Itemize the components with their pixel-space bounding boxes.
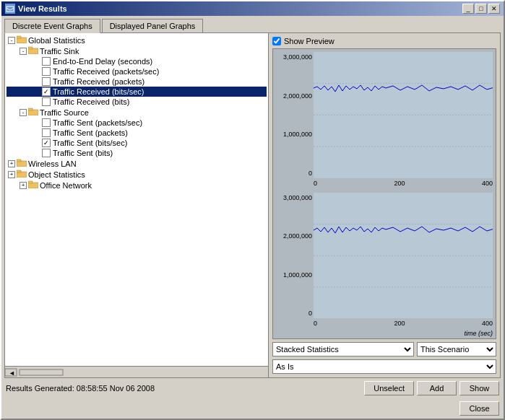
chart1-container: 3,000,000 2,000,000 1,000,000 0 xyxy=(273,49,496,190)
tree-item-office-network[interactable]: + Office Network xyxy=(7,180,267,191)
checkbox-traffic-rcv-bits[interactable] xyxy=(42,97,51,106)
add-button[interactable]: Add xyxy=(417,381,457,395)
tree-item-traffic-rcv-bps[interactable]: ✓ Traffic Received (bits/sec) xyxy=(7,87,267,97)
main-window: View Results _ □ ✕ Discrete Event Graphs… xyxy=(0,0,505,420)
svg-rect-12 xyxy=(28,181,33,183)
svg-rect-10 xyxy=(17,170,21,172)
chart2-y-label-1m: 1,000,000 xyxy=(276,271,312,279)
minimize-button[interactable]: _ xyxy=(462,4,474,14)
tree-container[interactable]: - Global Statistics - Traffic Sink xyxy=(5,33,268,366)
expand-global-stats[interactable]: - xyxy=(8,37,15,44)
expand-traffic-source[interactable]: - xyxy=(20,109,27,116)
folder-icon-global-stats xyxy=(17,35,27,45)
show-preview-label: Show Preview xyxy=(284,37,334,45)
chart1-plot xyxy=(314,52,493,178)
chart2-x-axis: 0 200 400 xyxy=(314,318,493,330)
checkbox-e2e-delay[interactable] xyxy=(42,57,51,66)
checkbox-traffic-sent-pps[interactable] xyxy=(42,118,51,127)
scenario-dropdown[interactable]: This Scenario All Scenarios xyxy=(417,342,496,356)
unselect-button[interactable]: Unselect xyxy=(364,381,414,395)
title-controls: _ □ ✕ xyxy=(462,4,500,14)
restore-button[interactable]: □ xyxy=(475,4,487,14)
tree-item-wireless-lan[interactable]: + Wireless LAN xyxy=(7,158,267,169)
folder-icon-office-network xyxy=(28,180,38,190)
tree-item-traffic-sink[interactable]: - Traffic Sink xyxy=(7,45,267,56)
tree-item-traffic-source[interactable]: - Traffic Source xyxy=(7,107,267,118)
expand-object-stats[interactable]: + xyxy=(8,171,15,178)
folder-icon-wireless-lan xyxy=(17,159,27,168)
footer-buttons: Unselect Add Show xyxy=(364,381,499,395)
tree-item-object-stats[interactable]: + Object Statistics xyxy=(7,169,267,180)
chart2-svg xyxy=(314,193,493,319)
checkbox-traffic-sent-bits[interactable] xyxy=(42,149,51,157)
stacked-statistics-dropdown[interactable]: Stacked Statistics As Confidence Interva… xyxy=(272,342,414,356)
chart2-x400: 400 xyxy=(482,320,493,330)
chart2-y-axis: 3,000,000 2,000,000 1,000,000 0 xyxy=(276,193,314,331)
tab-displayed-panel-graphs[interactable]: Displayed Panel Graphs xyxy=(102,19,204,32)
time-axis-label: time (sec) xyxy=(273,330,496,338)
svg-rect-0 xyxy=(7,6,14,12)
checkbox-traffic-rcv-pkts[interactable] xyxy=(42,77,51,86)
folder-icon-object-stats xyxy=(17,170,27,179)
svg-rect-6 xyxy=(28,108,33,110)
chart2-x200: 200 xyxy=(394,320,405,330)
horizontal-scrollbar[interactable]: ◄ xyxy=(5,366,268,377)
left-panel: - Global Statistics - Traffic Sink xyxy=(5,33,269,377)
svg-rect-4 xyxy=(28,47,33,49)
close-window-button[interactable]: ✕ xyxy=(488,4,500,14)
chart2-container: 3,000,000 2,000,000 1,000,000 0 xyxy=(273,190,496,331)
preview-charts: 3,000,000 2,000,000 1,000,000 0 xyxy=(272,48,496,339)
folder-icon-traffic-sink xyxy=(28,46,38,56)
window-title: View Results xyxy=(18,4,67,13)
close-button[interactable]: Close xyxy=(459,401,499,416)
tree-item-traffic-rcv-pkts[interactable]: Traffic Received (packets) xyxy=(7,76,267,87)
tree-item-traffic-sent-bps[interactable]: ✓ Traffic Sent (bits/sec) xyxy=(7,138,267,148)
svg-rect-8 xyxy=(17,159,21,162)
chart1-y-label-3m: 3,000,000 xyxy=(276,53,312,61)
tree-item-e2e-delay[interactable]: End-to-End Delay (seconds) xyxy=(7,56,267,66)
tab-bar: Discrete Event Graphs Displayed Panel Gr… xyxy=(1,16,504,32)
folder-icon-traffic-source xyxy=(28,108,38,117)
right-panel: Show Preview 3,000,000 2,000,000 1,000,0… xyxy=(269,33,500,377)
chart1-y-axis: 3,000,000 2,000,000 1,000,000 0 xyxy=(276,52,314,190)
window-icon xyxy=(5,4,15,14)
show-preview-checkbox[interactable] xyxy=(272,37,281,45)
show-button[interactable]: Show xyxy=(459,381,499,395)
svg-text:◄: ◄ xyxy=(9,369,15,377)
tree-item-traffic-sent-pps[interactable]: Traffic Sent (packets/sec) xyxy=(7,118,267,128)
footer-bar: Results Generated: 08:58:55 Nov 06 2008 … xyxy=(1,378,504,398)
chart2-y-label-3m: 3,000,000 xyxy=(276,194,312,201)
asis-dropdown[interactable]: As Is Time Average Cumulative xyxy=(272,359,496,374)
chart1-y-label-1m: 1,000,000 xyxy=(276,131,312,138)
checkbox-traffic-sent-bps[interactable]: ✓ xyxy=(42,139,51,147)
content-area: - Global Statistics - Traffic Sink xyxy=(4,32,501,378)
dropdown-row-1: Stacked Statistics As Confidence Interva… xyxy=(272,342,496,356)
tree-item-traffic-rcv-pps[interactable]: Traffic Received (packets/sec) xyxy=(7,66,267,76)
checkbox-traffic-rcv-bps[interactable]: ✓ xyxy=(42,87,51,96)
expand-traffic-sink[interactable]: - xyxy=(20,48,27,55)
dropdown-row-2: As Is Time Average Cumulative xyxy=(272,359,496,374)
expand-wireless-lan[interactable]: + xyxy=(8,160,15,167)
chart2-plot xyxy=(314,193,493,319)
tree-item-traffic-sent-pkts[interactable]: Traffic Sent (packets) xyxy=(7,128,267,138)
chart1-x0: 0 xyxy=(314,180,317,190)
status-text: Results Generated: 08:58:55 Nov 06 2008 xyxy=(6,384,155,393)
close-row: Close xyxy=(1,398,504,419)
chart2-y-label-2m: 2,000,000 xyxy=(276,232,312,240)
expand-office-network[interactable]: + xyxy=(20,182,27,189)
checkbox-traffic-rcv-pps[interactable] xyxy=(42,67,51,76)
chart2-y-label-0: 0 xyxy=(276,310,312,317)
tab-discrete-event-graphs[interactable]: Discrete Event Graphs xyxy=(4,19,100,33)
chart1-y-label-0: 0 xyxy=(276,170,312,177)
svg-rect-16 xyxy=(20,369,63,375)
chart1-svg xyxy=(314,52,493,178)
tree-item-traffic-sent-bits[interactable]: Traffic Sent (bits) xyxy=(7,148,267,158)
tree-item-traffic-rcv-bits[interactable]: Traffic Received (bits) xyxy=(7,97,267,107)
chart1-x200: 200 xyxy=(394,180,405,190)
tree-item-global-stats[interactable]: - Global Statistics xyxy=(7,35,267,45)
chart1-x400: 400 xyxy=(482,180,493,190)
title-bar: View Results _ □ ✕ xyxy=(1,1,504,16)
checkbox-traffic-sent-pkts[interactable] xyxy=(42,128,51,137)
chart2-x0: 0 xyxy=(314,320,317,330)
svg-rect-2 xyxy=(17,36,21,38)
